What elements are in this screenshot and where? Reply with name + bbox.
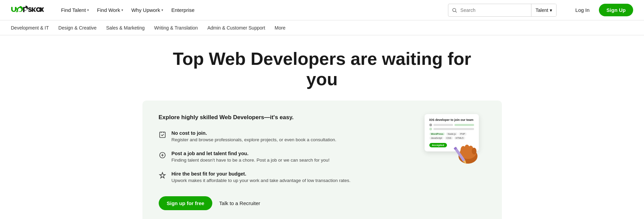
why-upwork-chevron-icon: ▾ (161, 8, 163, 12)
find-work-chevron-icon: ▾ (121, 8, 123, 12)
signup-free-button[interactable]: Sign up for free (159, 196, 213, 210)
feature-no-cost-text: No cost to join. Register and browse pro… (172, 130, 336, 143)
feature-post-job-heading: Post a job and let talent find you. (172, 151, 330, 156)
cat-sales-marketing[interactable]: Sales & Marketing (106, 24, 145, 32)
post-job-icon (159, 151, 167, 160)
enterprise-label: Enterprise (171, 7, 194, 13)
find-work-label: Find Work (97, 7, 120, 13)
illus-line-2 (454, 124, 474, 126)
illus-dot-1 (429, 124, 432, 126)
illus-line-1 (433, 124, 453, 126)
svg-point-0 (452, 8, 455, 11)
upwork-logo[interactable] (11, 5, 45, 15)
feature-hire-heading: Hire the best fit for your budget. (172, 171, 351, 177)
search-bar: Talent ▾ (448, 4, 557, 17)
find-talent-label: Find Talent (61, 7, 86, 13)
svg-point-9 (472, 148, 476, 154)
svg-rect-2 (159, 132, 165, 138)
illus-row-1 (429, 124, 474, 126)
hand-pencil-illustration (448, 130, 486, 168)
tag-wordpress: WordPress (429, 132, 445, 135)
card-actions: Sign up for free Talk to a Recruiter (159, 196, 397, 210)
illus-accepted-badge: Accepted (429, 143, 447, 147)
cat-design-creative[interactable]: Design & Creative (58, 24, 97, 32)
navbar: Find Talent ▾ Find Work ▾ Why Upwork ▾ E… (0, 0, 644, 20)
why-upwork-nav[interactable]: Why Upwork ▾ (128, 4, 167, 16)
explore-card: Explore highly skilled Web Developers—it… (142, 101, 502, 219)
enterprise-nav[interactable]: Enterprise (168, 4, 198, 16)
why-upwork-label: Why Upwork (131, 7, 160, 13)
talent-chevron-icon: ▾ (550, 7, 552, 13)
log-in-button[interactable]: Log In (571, 5, 594, 15)
find-talent-nav[interactable]: Find Talent ▾ (58, 4, 92, 16)
talk-to-recruiter-link[interactable]: Talk to a Recruiter (219, 200, 260, 206)
hire-icon (159, 172, 167, 180)
svg-line-1 (455, 11, 457, 13)
hero-section: Top Web Developers are waiting for you E… (0, 35, 644, 219)
cat-development-it[interactable]: Development & IT (11, 24, 49, 32)
card-illustration: iOS developer to join our team WordPress… (418, 114, 486, 162)
illus-dot-2 (429, 128, 432, 130)
tag-js: JavaScript (429, 136, 444, 140)
feature-post-job: Post a job and let talent find you. Find… (159, 151, 397, 164)
feature-no-cost-heading: No cost to join. (172, 130, 336, 136)
talent-label: Talent (535, 7, 548, 13)
nav-right: Log In Sign Up (571, 4, 633, 16)
nav-links: Find Talent ▾ Find Work ▾ Why Upwork ▾ E… (58, 4, 438, 16)
feature-list: No cost to join. Register and browse pro… (159, 130, 397, 184)
hand-pencil-svg (448, 130, 486, 167)
feature-hire-body: Upwork makes it affordable to up your wo… (172, 177, 351, 184)
sign-up-button[interactable]: Sign Up (599, 4, 633, 16)
feature-no-cost: No cost to join. Register and browse pro… (159, 130, 397, 143)
card-content: Explore highly skilled Web Developers—it… (159, 114, 397, 211)
cat-writing-translation[interactable]: Writing & Translation (154, 24, 198, 32)
card-subtitle: Explore highly skilled Web Developers—it… (159, 114, 397, 121)
feature-hire-text: Hire the best fit for your budget. Upwor… (172, 171, 351, 184)
feature-post-job-body: Finding talent doesn't have to be a chor… (172, 157, 330, 164)
cat-admin-support[interactable]: Admin & Customer Support (207, 24, 265, 32)
find-talent-chevron-icon: ▾ (87, 8, 89, 12)
feature-no-cost-body: Register and browse professionals, explo… (172, 136, 336, 143)
search-icon (448, 7, 461, 13)
hero-title: Top Web Developers are waiting for you (170, 49, 475, 90)
illus-card-title: iOS developer to join our team (429, 118, 474, 122)
cat-more[interactable]: More (275, 24, 286, 32)
feature-hire: Hire the best fit for your budget. Upwor… (159, 171, 397, 184)
find-work-nav[interactable]: Find Work ▾ (94, 4, 126, 16)
search-input[interactable] (461, 7, 531, 13)
category-nav: Development & IT Design & Creative Sales… (0, 20, 644, 35)
no-cost-icon (159, 131, 167, 139)
talent-dropdown[interactable]: Talent ▾ (531, 4, 556, 16)
feature-post-job-text: Post a job and let talent find you. Find… (172, 151, 330, 164)
